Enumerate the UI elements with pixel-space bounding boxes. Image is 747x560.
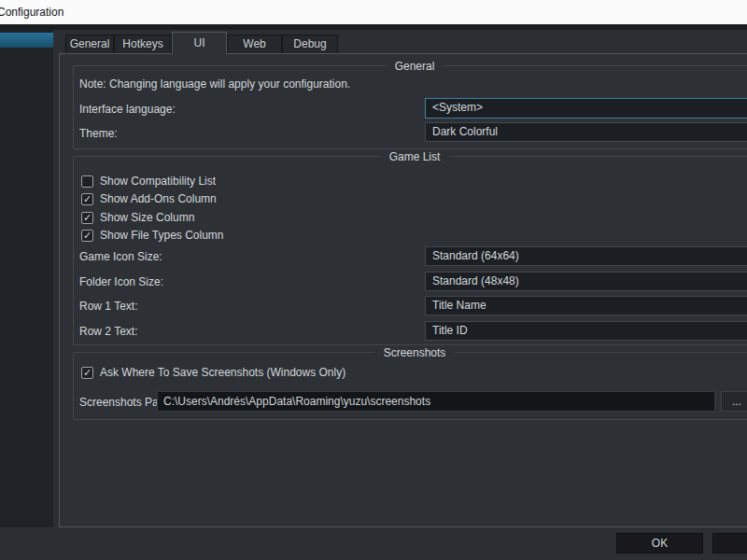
checkmark-icon: ✓ [83, 212, 92, 223]
tab-debug[interactable]: Debug [282, 35, 338, 53]
groupbox-game-list: Game List Show Compatibility List ✓ Show… [73, 156, 747, 345]
checkbox-show-addons-column[interactable]: ✓ Show Add-Ons Column [81, 192, 217, 205]
cancel-button[interactable]: Cancel [712, 533, 747, 553]
game-icon-size-value: Standard (64x64) [432, 249, 519, 262]
language-note: Note: Changing language will apply your … [79, 77, 350, 91]
checkmark-icon: ✓ [83, 193, 92, 204]
theme-combobox[interactable]: Dark Colorful [425, 122, 747, 142]
checkmark-icon: ✓ [83, 367, 92, 378]
checkbox-box: ✓ [81, 212, 93, 224]
interface-language-value: <System> [432, 101, 483, 114]
checkbox-show-compatibility-list[interactable]: Show Compatibility List [81, 175, 216, 188]
groupbox-screenshots-title: Screenshots [375, 346, 455, 359]
interface-language-combobox[interactable]: <System> [425, 98, 747, 119]
category-list-selected-item[interactable] [0, 33, 53, 48]
checkbox-label: Show Size Column [100, 211, 194, 224]
row1-text-label: Row 1 Text: [79, 300, 137, 313]
interface-language-label: Interface language: [79, 103, 176, 116]
game-icon-size-combobox[interactable]: Standard (64x64) [425, 246, 747, 266]
checkbox-box: ✓ [81, 230, 93, 242]
checkmark-icon: ✓ [83, 230, 92, 241]
groupbox-screenshots: Screenshots ✓ Ask Where To Save Screensh… [73, 352, 747, 420]
row1-text-combobox[interactable]: Title Name [425, 296, 747, 315]
checkbox-box [81, 175, 93, 188]
checkbox-label: Show File Types Column [100, 229, 224, 242]
tab-ui[interactable]: UI [172, 32, 227, 54]
checkbox-show-file-types-column[interactable]: ✓ Show File Types Column [81, 229, 224, 242]
checkbox-label: Show Add-Ons Column [100, 192, 217, 205]
checkbox-label: Ask Where To Save Screenshots (Windows O… [100, 366, 345, 379]
configuration-dialog: Configuration General Hotkeys UI Web Deb… [0, 0, 747, 560]
checkbox-show-size-column[interactable]: ✓ Show Size Column [81, 211, 194, 224]
ok-button[interactable]: OK [616, 533, 703, 553]
row2-text-combobox[interactable]: Title ID [425, 321, 747, 341]
theme-label: Theme: [79, 127, 118, 140]
tab-web[interactable]: Web [227, 35, 282, 53]
screenshots-path-input[interactable] [157, 391, 715, 412]
title-bar: Configuration [0, 0, 747, 24]
groupbox-general-title: General [387, 60, 444, 73]
row2-text-value: Title ID [432, 324, 468, 337]
tab-hotkeys[interactable]: Hotkeys [114, 35, 172, 53]
game-icon-size-label: Game Icon Size: [79, 250, 162, 263]
tab-general[interactable]: General [65, 35, 114, 53]
checkbox-label: Show Compatibility List [100, 175, 216, 188]
checkbox-ask-where-to-save-screenshots[interactable]: ✓ Ask Where To Save Screenshots (Windows… [81, 366, 345, 379]
window-title: Configuration [0, 0, 63, 24]
category-list[interactable] [0, 30, 53, 527]
groupbox-game-list-title: Game List [381, 150, 449, 163]
groupbox-general: General Note: Changing language will app… [73, 65, 747, 149]
theme-value: Dark Colorful [432, 125, 498, 138]
titlebar-shadow [0, 24, 747, 30]
folder-icon-size-combobox[interactable]: Standard (48x48) [425, 272, 747, 291]
folder-icon-size-value: Standard (48x48) [432, 274, 519, 287]
checkbox-box: ✓ [81, 367, 93, 379]
folder-icon-size-label: Folder Icon Size: [79, 275, 163, 288]
browse-path-button[interactable]: ... [721, 391, 747, 412]
checkbox-box: ✓ [81, 193, 93, 205]
row1-text-value: Title Name [432, 299, 486, 312]
row2-text-label: Row 2 Text: [79, 325, 137, 338]
